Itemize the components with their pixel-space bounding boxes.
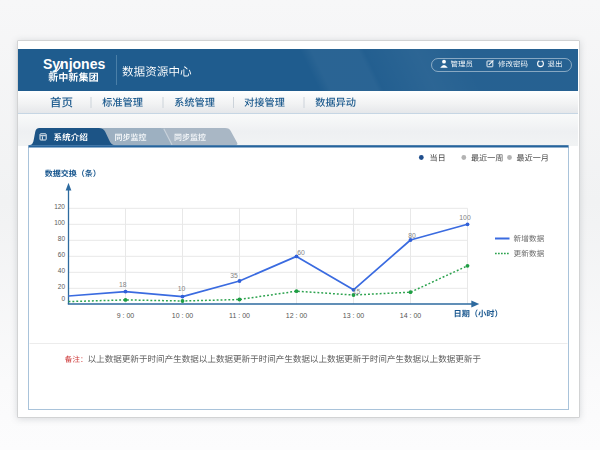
svg-text:40: 40 (58, 267, 66, 274)
svg-text:10: 10 (178, 285, 186, 292)
svg-text:14 : 00: 14 : 00 (400, 312, 422, 319)
svg-text:80: 80 (408, 232, 416, 239)
svg-text:11 : 00: 11 : 00 (229, 312, 250, 319)
svg-text:120: 120 (54, 203, 65, 210)
svg-text:60: 60 (297, 249, 305, 256)
svg-text:60: 60 (58, 251, 66, 258)
svg-text:0: 0 (61, 295, 65, 302)
svg-text:18: 18 (119, 281, 127, 288)
svg-text:12 : 00: 12 : 00 (286, 312, 308, 319)
svg-text:80: 80 (58, 235, 66, 242)
svg-text:15: 15 (353, 288, 361, 295)
svg-text:35: 35 (230, 272, 238, 279)
svg-text:100: 100 (459, 214, 471, 221)
svg-text:100: 100 (54, 219, 65, 226)
svg-text:10 : 00: 10 : 00 (172, 312, 194, 319)
svg-text:20: 20 (58, 283, 66, 290)
svg-text:13 : 00: 13 : 00 (343, 312, 365, 319)
svg-text:9 : 00: 9 : 00 (117, 312, 135, 319)
